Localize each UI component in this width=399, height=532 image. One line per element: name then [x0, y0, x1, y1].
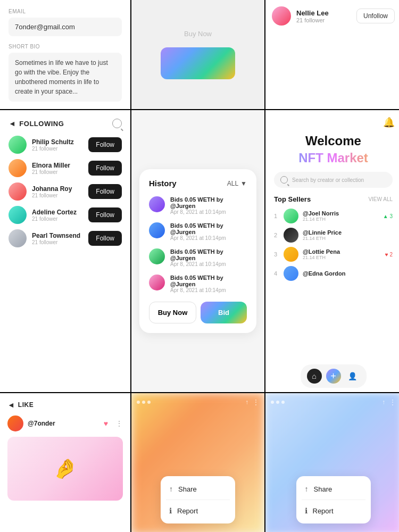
follow-user-info-1: Elnora Miller 21 follower — [32, 162, 70, 175]
history-text-0: Bids 0.05 WETH by @Jurgen Apr 8, 2021 at… — [170, 196, 247, 215]
seller-info-1: @Linnie Price 21.14 ETH — [303, 229, 342, 241]
top-right-icons-right: ↑ ⋮ — [382, 398, 396, 406]
dot-r-2 — [276, 401, 279, 404]
like-avatar — [7, 415, 23, 431]
report-label-mid: Report — [177, 507, 198, 515]
dot-1 — [137, 401, 140, 404]
top-sellers-header: Top Sellers VIEW ALL — [274, 195, 393, 203]
history-avatar-0 — [149, 196, 165, 212]
report-button-mid[interactable]: ℹ Report — [161, 500, 235, 521]
seller-rank-1: 2 — [274, 232, 279, 238]
history-text-3: Bids 0.05 WETH by @Jurgen Apr 8, 2021 at… — [170, 275, 247, 293]
history-date-0: Apr 8, 2021 at 10:14pm — [170, 209, 247, 215]
nav-add-button[interactable]: + — [326, 369, 341, 384]
history-item-2: Bids 0.05 WETH by @Jurgen Apr 8, 2021 at… — [149, 248, 247, 267]
more-icon-top-r: ⋮ — [389, 398, 396, 406]
like-back-arrow[interactable]: ◄ — [7, 401, 15, 409]
share-label-mid: Share — [178, 485, 197, 493]
follow-user-info-3: Adeline Cortez 21 follower — [32, 209, 77, 222]
report-label-right: Report — [313, 507, 334, 515]
bid-button[interactable]: Bid — [201, 302, 247, 323]
seller-item-3: 4 @Edna Gordon — [274, 266, 393, 281]
following-title: ◄ FOLLOWING — [9, 119, 64, 128]
history-text-1: Bids 0.05 WETH by @Jurgen Apr 8, 2021 at… — [170, 222, 247, 241]
follow-followers-0: 21 follower — [32, 146, 74, 152]
seller-avatar-0 — [284, 209, 298, 223]
unfollow-panel: Nellie Lee 21 follower Unfollow — [265, 0, 399, 109]
history-item-3: Bids 0.05 WETH by @Jurgen Apr 8, 2021 at… — [149, 275, 247, 293]
history-text-2: Bids 0.05 WETH by @Jurgen Apr 8, 2021 at… — [170, 248, 247, 267]
dot-2 — [142, 401, 145, 404]
nft-gradient-preview — [161, 47, 235, 79]
nft-preview-label: Buy Now — [184, 30, 212, 38]
following-panel: ◄ FOLLOWING Philip Schultz 21 follower F… — [0, 110, 130, 392]
like-item: @7onder ♥ ⋮ — [7, 415, 123, 431]
buy-now-button[interactable]: Buy Now — [149, 302, 196, 323]
unfollow-button[interactable]: Unfollow — [356, 9, 395, 23]
like-panel: ◄ LIKE @7onder ♥ ⋮ 🤌 — [0, 393, 130, 532]
follow-avatar-1 — [9, 159, 27, 177]
follow-user-info-0: Philip Schultz 21 follower — [32, 138, 74, 152]
follow-item-3: Adeline Cortez 21 follower Follow — [9, 206, 122, 224]
bio-value: Sometimes in life we have to just go wit… — [9, 53, 122, 102]
history-bid-3: Bids 0.05 WETH by @Jurgen — [170, 275, 247, 287]
email-label: EMAIL — [9, 9, 122, 14]
follow-avatar-2 — [9, 182, 27, 201]
history-panel: History ALL ▼ Bids 0.05 WETH by @Jurgen … — [131, 110, 264, 392]
like-title: LIKE — [18, 401, 34, 409]
nft-market-panel: 🔔 Welcome NFT Market Search by creator o… — [265, 110, 399, 392]
seller-rank-3: 4 — [274, 270, 279, 277]
following-header: ◄ FOLLOWING — [9, 119, 122, 128]
search-icon[interactable] — [112, 119, 122, 128]
follow-name-3: Adeline Cortez — [32, 209, 77, 216]
seller-avatar-2 — [284, 247, 298, 262]
unfollow-user-name: Nellie Lee — [296, 9, 329, 17]
follow-followers-4: 21 follower — [32, 239, 80, 245]
seller-badge-0: ▲ 3 — [383, 213, 393, 219]
cell-top-dots-mid: ↑ ⋮ — [131, 398, 264, 406]
dot-r-3 — [281, 401, 285, 404]
history-filter[interactable]: ALL ▼ — [227, 180, 247, 187]
follow-button-3[interactable]: Follow — [88, 207, 122, 222]
share-icon-mid: ↑ — [169, 485, 173, 493]
report-button-right[interactable]: ℹ Report — [296, 500, 371, 521]
seller-avatar-3 — [284, 266, 298, 281]
like-header: ◄ LIKE — [7, 401, 123, 409]
history-card: History ALL ▼ Bids 0.05 WETH by @Jurgen … — [139, 169, 256, 333]
history-date-3: Apr 8, 2021 at 10:14pm — [170, 287, 247, 293]
nav-home-button[interactable]: ⌂ — [307, 369, 322, 384]
follow-item-2: Johanna Roy 21 follower Follow — [9, 182, 122, 201]
seller-rank-0: 1 — [274, 213, 279, 219]
history-date-1: Apr 8, 2021 at 10:14pm — [170, 235, 247, 241]
follow-name-0: Philip Schultz — [32, 138, 74, 146]
seller-info-2: @Lottie Pena 21.14 ETH — [303, 248, 340, 260]
like-more-icon[interactable]: ⋮ — [115, 419, 123, 428]
follow-button-1[interactable]: Follow — [88, 161, 122, 176]
follow-item-0: Philip Schultz 21 follower Follow — [9, 136, 122, 154]
follow-button-2[interactable]: Follow — [88, 184, 122, 199]
bottom-nav: ⌂ + 👤 — [301, 364, 367, 388]
history-item-0: Bids 0.05 WETH by @Jurgen Apr 8, 2021 at… — [149, 196, 247, 215]
welcome-text: Welcome — [274, 134, 393, 148]
dot-3 — [147, 401, 151, 404]
more-icon-top: ⋮ — [253, 398, 259, 406]
unfollow-user-info: Nellie Lee 21 follower — [296, 9, 329, 23]
share-button-mid[interactable]: ↑ Share — [161, 478, 235, 500]
follow-button-4[interactable]: Follow — [88, 231, 122, 246]
seller-info-3: @Edna Gordon — [303, 270, 345, 277]
search-bar[interactable]: Search by creator or collection — [274, 172, 393, 188]
share-label-right: Share — [314, 485, 332, 493]
share-button-right[interactable]: ↑ Share — [296, 478, 371, 500]
view-all-button[interactable]: VIEW ALL — [368, 196, 393, 202]
search-icon — [280, 176, 288, 184]
nav-profile-button[interactable]: 👤 — [345, 369, 360, 384]
top-sellers-title: Top Sellers — [274, 195, 311, 203]
back-arrow-icon[interactable]: ◄ — [9, 119, 16, 128]
bell-icon[interactable]: 🔔 — [383, 117, 395, 128]
follow-name-1: Elnora Miller — [32, 162, 70, 169]
follow-avatar-3 — [9, 206, 27, 224]
history-avatar-3 — [149, 275, 165, 290]
follow-button-0[interactable]: Follow — [88, 137, 122, 152]
history-date-2: Apr 8, 2021 at 10:14pm — [170, 261, 247, 267]
follow-avatar-0 — [9, 136, 27, 154]
